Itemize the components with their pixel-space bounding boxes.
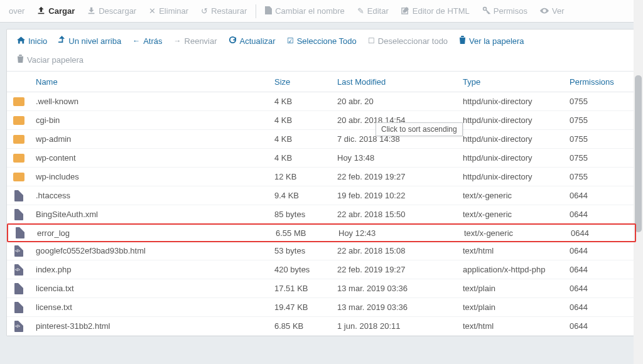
scrollbar[interactable]	[634, 0, 643, 364]
toolbar-over: over	[3, 3, 31, 19]
cell-modified: 1 jun. 2018 20:11	[332, 321, 458, 331]
cell-name: error_log	[32, 228, 271, 238]
table-body: .well-known4 KB20 abr. 20httpd/unix-dire…	[7, 92, 636, 336]
cell-size: 4 KB	[269, 134, 332, 144]
cell-name: BingSiteAuth.xml	[31, 210, 269, 219]
table-row[interactable]: license.txt19.47 KB13 mar. 2019 03:36tex…	[7, 298, 636, 317]
cell-name: .well-known	[31, 97, 269, 106]
rename-button[interactable]: Cambiar el nombre	[259, 3, 351, 20]
table-row[interactable]: .htaccess9.4 KB19 feb. 2019 10:22text/x-…	[7, 186, 636, 205]
up-level-button[interactable]: Un nivel arriba	[53, 33, 126, 48]
eye-icon	[540, 6, 549, 16]
cell-type: httpd/unix-directory	[458, 115, 565, 125]
reload-button[interactable]: Actualizar	[224, 33, 281, 48]
cell-type: text/x-generic	[459, 228, 566, 238]
cell-size: 420 bytes	[269, 265, 332, 274]
col-modified[interactable]: Last Modified	[332, 77, 458, 87]
file-icon	[265, 6, 272, 16]
forward-button[interactable]: → Reenviar	[169, 34, 222, 48]
arrow-left-icon: ←	[132, 36, 140, 45]
table-row[interactable]: cgi-bin4 KB20 abr. 2018 14:54httpd/unix-…	[7, 111, 636, 130]
cell-modified: Hoy 12:43	[333, 228, 459, 238]
cell-size: 6.85 KB	[269, 321, 332, 331]
file-type-icon-cell	[7, 302, 31, 313]
main-toolbar: over Cargar Descargar ✕ Eliminar ↺ Resta…	[0, 0, 643, 23]
secondary-toolbar: Inicio Un nivel arriba ← Atrás → Reenvia…	[7, 29, 636, 52]
home-button[interactable]: Inicio	[12, 34, 52, 48]
cell-modified: 22 abr. 2018 15:08	[332, 246, 458, 255]
cell-size: 4 KB	[269, 115, 332, 125]
restore-button[interactable]: ↺ Restaurar	[195, 3, 253, 19]
download-icon	[87, 6, 95, 16]
key-icon	[482, 6, 490, 16]
upload-button[interactable]: Cargar	[31, 3, 81, 20]
table-row[interactable]: wp-includes12 KB22 feb. 2019 19:27httpd/…	[7, 168, 636, 186]
cell-perm: 0644	[565, 210, 627, 219]
table-row[interactable]: pinterest-31bb2.html6.85 KB1 jun. 2018 2…	[7, 317, 636, 336]
cell-perm: 0755	[565, 115, 627, 125]
col-type[interactable]: Type	[458, 77, 565, 87]
table-row[interactable]: googlefc0552ef3bad93bb.html53 bytes22 ab…	[7, 242, 636, 260]
cell-type: httpd/unix-directory	[458, 153, 565, 163]
content-area: Inicio Un nivel arriba ← Atrás → Reenvia…	[0, 23, 643, 343]
delete-button[interactable]: ✕ Eliminar	[143, 3, 195, 19]
empty-trash-button[interactable]: Vaciar papelera	[12, 52, 89, 67]
col-name[interactable]: Name	[31, 77, 269, 87]
back-button[interactable]: ← Atrás	[127, 34, 167, 48]
pencil-icon: ✎	[357, 6, 364, 16]
svg-rect-1	[89, 13, 95, 14]
permissions-button[interactable]: Permisos	[476, 3, 534, 20]
file-icon	[14, 302, 23, 313]
cell-perm: 0644	[565, 302, 627, 312]
file-type-icon-cell	[7, 173, 31, 181]
secondary-toolbar-row2: Vaciar papelera	[7, 52, 636, 71]
file-type-icon-cell	[8, 227, 32, 238]
cell-perm: 0644	[565, 191, 627, 200]
col-size[interactable]: Size	[269, 77, 332, 87]
cell-perm: 0644	[565, 321, 627, 331]
cell-modified: 13 mar. 2019 03:36	[332, 284, 458, 293]
table-row[interactable]: licencia.txt17.51 KB13 mar. 2019 03:36te…	[7, 279, 636, 298]
cell-perm: 0755	[565, 153, 627, 163]
deselect-all-button[interactable]: ☐ Deseleccionar todo	[363, 34, 453, 48]
code-file-icon	[14, 264, 23, 276]
file-type-icon-cell	[7, 190, 31, 201]
cell-modified: Hoy 13:48	[332, 153, 458, 163]
trash-icon	[459, 36, 466, 46]
cell-name: index.php	[31, 265, 269, 274]
table-row[interactable]: BingSiteAuth.xml85 bytes22 abr. 2018 15:…	[7, 205, 636, 224]
col-permissions[interactable]: Permissions	[565, 77, 627, 87]
file-type-icon-cell	[7, 264, 31, 276]
select-all-button[interactable]: ☑ Seleccione Todo	[282, 34, 362, 48]
table-row[interactable]: wp-admin4 KB7 dic. 2018 14:38httpd/unix-…	[7, 130, 636, 149]
folder-icon	[13, 173, 24, 181]
view-trash-button[interactable]: Ver la papelera	[454, 33, 529, 48]
cell-size: 19.47 KB	[269, 302, 332, 312]
html-editor-button[interactable]: Editor de HTML	[395, 3, 476, 20]
file-type-icon-cell	[7, 209, 31, 220]
file-type-icon-cell	[7, 154, 31, 163]
scrollbar-thumb[interactable]	[635, 75, 642, 232]
table-row[interactable]: error_log6.55 MBHoy 12:43text/x-generic0…	[7, 223, 636, 242]
cell-type: text/plain	[458, 302, 565, 312]
file-icon	[14, 283, 23, 294]
close-icon: ✕	[149, 6, 156, 16]
table-row[interactable]: wp-content4 KBHoy 13:48httpd/unix-direct…	[7, 149, 636, 168]
file-type-icon-cell	[7, 135, 31, 144]
table-row[interactable]: .well-known4 KB20 abr. 20httpd/unix-dire…	[7, 92, 636, 111]
cell-type: text/html	[458, 246, 565, 255]
download-button[interactable]: Descargar	[81, 3, 143, 20]
level-up-icon	[58, 36, 65, 46]
view-button[interactable]: Ver	[534, 3, 571, 19]
cell-name: wp-includes	[31, 172, 269, 181]
cell-size: 85 bytes	[269, 210, 332, 219]
cell-name: pinterest-31bb2.html	[31, 321, 269, 331]
cell-name: wp-admin	[31, 134, 269, 144]
trash-icon	[17, 55, 24, 65]
edit-button[interactable]: ✎ Editar	[351, 3, 395, 19]
cell-modified: 22 feb. 2019 19:27	[332, 265, 458, 274]
sort-tooltip: Click to sort ascending	[376, 122, 463, 136]
check-square-icon: ☑	[287, 36, 294, 45]
table-row[interactable]: index.php420 bytes22 feb. 2019 19:27appl…	[7, 260, 636, 279]
cell-type: application/x-httpd-php	[458, 265, 565, 274]
